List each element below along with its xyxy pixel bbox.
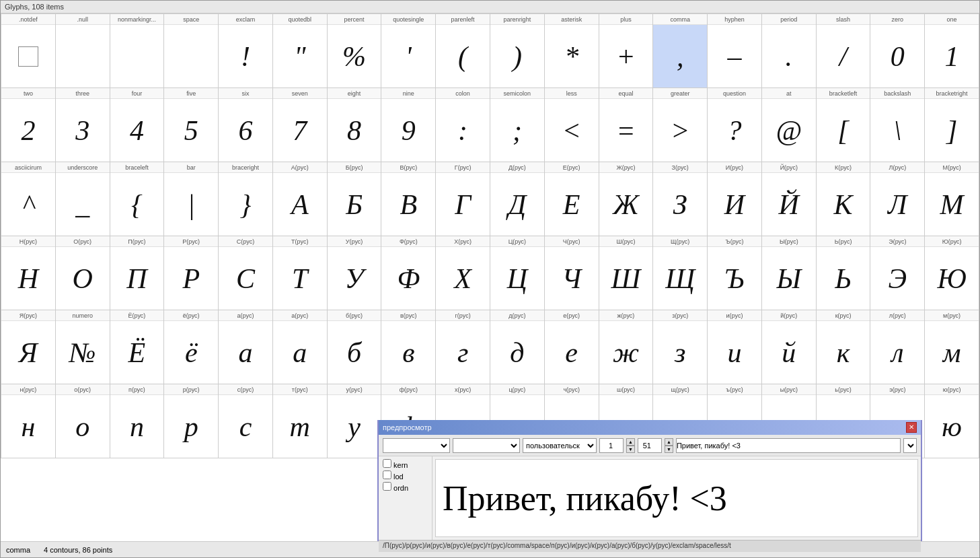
glyph-cell[interactable]: Ю(рус)Ю [925, 236, 979, 310]
glyph-cell[interactable]: Э(рус)Э [870, 236, 925, 310]
glyph-cell[interactable]: bracketleft[ [817, 88, 871, 162]
preview-size-max-down[interactable]: ▼ [665, 446, 673, 453]
glyph-cell[interactable]: Р(рус)Р [164, 236, 219, 310]
glyph-cell[interactable]: п(рус)п [110, 384, 165, 458]
glyph-cell[interactable]: А(рус)А [273, 162, 328, 236]
glyph-cell[interactable]: й(рус)й [762, 310, 817, 384]
glyph-cell[interactable]: Н(рус)Н [1, 236, 56, 310]
glyph-cell[interactable]: Щ(рус)Щ [653, 236, 708, 310]
glyph-cell[interactable]: six6 [219, 88, 273, 162]
glyph-cell[interactable]: three3 [56, 88, 110, 162]
glyph-cell[interactable]: З(рус)З [653, 162, 708, 236]
glyph-cell[interactable]: hyphen– [708, 14, 762, 88]
glyph-cell[interactable]: Т(рус)Т [273, 236, 328, 310]
glyph-cell[interactable]: four4 [110, 88, 165, 162]
glyph-cell[interactable]: Я(рус)Я [1, 310, 56, 384]
glyph-cell[interactable]: с(рус)с [219, 384, 273, 458]
glyph-cell[interactable]: quotedbl" [273, 14, 328, 88]
glyph-cell[interactable]: У(рус)У [328, 236, 382, 310]
checkbox-lod[interactable] [383, 470, 391, 479]
glyph-cell[interactable]: zero0 [870, 14, 925, 88]
glyph-cell[interactable]: д(рус)д [490, 310, 545, 384]
glyph-cell[interactable]: Б(рус)Б [328, 162, 382, 236]
checkbox-kern-label[interactable]: kern [383, 459, 428, 469]
glyph-cell[interactable]: л(рус)л [870, 310, 925, 384]
preview-size-down[interactable]: ▼ [626, 446, 635, 453]
glyph-cell[interactable]: Ы(рус)Ы [762, 236, 817, 310]
glyph-cell[interactable]: .null [56, 14, 110, 88]
glyph-cell[interactable]: nonmarkingr... [110, 14, 165, 88]
glyph-cell[interactable]: И(рус)И [708, 162, 762, 236]
glyph-cell[interactable]: г(рус)г [436, 310, 490, 384]
glyph-cell[interactable]: a(рус)a [273, 310, 328, 384]
glyph-cell[interactable]: О(рус)О [56, 236, 110, 310]
glyph-cell[interactable]: at@ [762, 88, 817, 162]
checkbox-lod-label[interactable]: lod [383, 470, 428, 481]
glyph-cell[interactable]: five5 [164, 88, 219, 162]
glyph-cell[interactable]: comma, [653, 14, 708, 88]
glyph-cell[interactable]: percent% [328, 14, 382, 88]
preview-size-max[interactable] [638, 438, 662, 453]
glyph-cell[interactable]: з(рус)з [653, 310, 708, 384]
glyph-cell[interactable]: braceleft{ [110, 162, 165, 236]
glyph-cell[interactable]: period. [762, 14, 817, 88]
glyph-cell[interactable]: numero№ [56, 310, 110, 384]
preview-style-select[interactable] [453, 438, 520, 453]
checkbox-kern[interactable] [383, 459, 391, 468]
glyph-cell[interactable]: ю(рус)ю [925, 384, 979, 458]
glyph-cell[interactable]: П(рус)П [110, 236, 165, 310]
glyph-cell[interactable]: asterisk* [545, 14, 599, 88]
glyph-cell[interactable]: less< [545, 88, 599, 162]
glyph-cell[interactable]: parenright) [490, 14, 545, 88]
glyph-cell[interactable]: т(рус)т [273, 384, 328, 458]
glyph-cell[interactable]: ё(рус)ё [164, 310, 219, 384]
checkbox-ordn-label[interactable]: ordn [383, 482, 428, 492]
glyph-cell[interactable]: Д(рус)Д [490, 162, 545, 236]
glyph-cell[interactable]: quotesingle' [381, 14, 436, 88]
glyph-cell[interactable]: greater> [653, 88, 708, 162]
glyph-cell[interactable]: Х(рус)Х [436, 236, 490, 310]
glyph-cell[interactable]: о(рус)о [56, 384, 110, 458]
preview-mode-select[interactable]: ▼ [903, 438, 917, 453]
glyph-cell[interactable]: braceright} [219, 162, 273, 236]
glyph-cell[interactable]: bar| [164, 162, 219, 236]
glyph-cell[interactable]: colon: [436, 88, 490, 162]
preview-text-field[interactable] [676, 438, 901, 453]
glyph-cell[interactable]: seven7 [273, 88, 328, 162]
glyph-cell[interactable]: м(рус)м [925, 310, 979, 384]
glyph-cell[interactable]: В(рус)В [381, 162, 436, 236]
glyph-cell[interactable]: н(рус)н [1, 384, 56, 458]
glyph-cell[interactable]: parenleft( [436, 14, 490, 88]
glyph-cell[interactable]: Ж(рус)Ж [599, 162, 654, 236]
preview-font-select[interactable] [383, 438, 450, 453]
glyph-cell[interactable]: Ъ(рус)Ъ [708, 236, 762, 310]
preview-size-up[interactable]: ▲ [626, 438, 635, 446]
glyph-cell[interactable]: М(рус)М [925, 162, 979, 236]
glyph-cell[interactable]: Ф(рус)Ф [381, 236, 436, 310]
glyph-cell[interactable]: б(рус)б [328, 310, 382, 384]
glyph-cell[interactable]: semicolon; [490, 88, 545, 162]
glyph-cell[interactable]: ж(рус)ж [599, 310, 654, 384]
checkbox-ordn[interactable] [383, 482, 391, 491]
glyph-cell[interactable]: bracketright] [925, 88, 979, 162]
preview-close-button[interactable]: ✕ [906, 422, 917, 433]
glyph-cell[interactable]: Ч(рус)Ч [545, 236, 599, 310]
glyph-cell[interactable]: у(рус)у [328, 384, 382, 458]
glyph-cell[interactable]: а(рус)а [219, 310, 273, 384]
preview-size-value[interactable] [599, 438, 624, 453]
glyph-cell[interactable]: exclam! [219, 14, 273, 88]
glyph-cell[interactable]: Г(рус)Г [436, 162, 490, 236]
glyph-cell[interactable]: nine9 [381, 88, 436, 162]
glyph-cell[interactable]: Л(рус)Л [870, 162, 925, 236]
glyph-cell[interactable]: space [164, 14, 219, 88]
glyph-cell[interactable]: Ё(рус)Ё [110, 310, 165, 384]
glyph-cell[interactable]: и(рус)и [708, 310, 762, 384]
glyph-cell[interactable]: .notdef [1, 14, 56, 88]
glyph-cell[interactable]: е(рус)е [545, 310, 599, 384]
glyph-cell[interactable]: asciicirum^ [1, 162, 56, 236]
glyph-cell[interactable]: two2 [1, 88, 56, 162]
glyph-cell[interactable]: plus+ [599, 14, 654, 88]
glyph-cell[interactable]: equal= [599, 88, 654, 162]
glyph-cell[interactable]: slash/ [817, 14, 871, 88]
glyph-cell[interactable]: С(рус)С [219, 236, 273, 310]
